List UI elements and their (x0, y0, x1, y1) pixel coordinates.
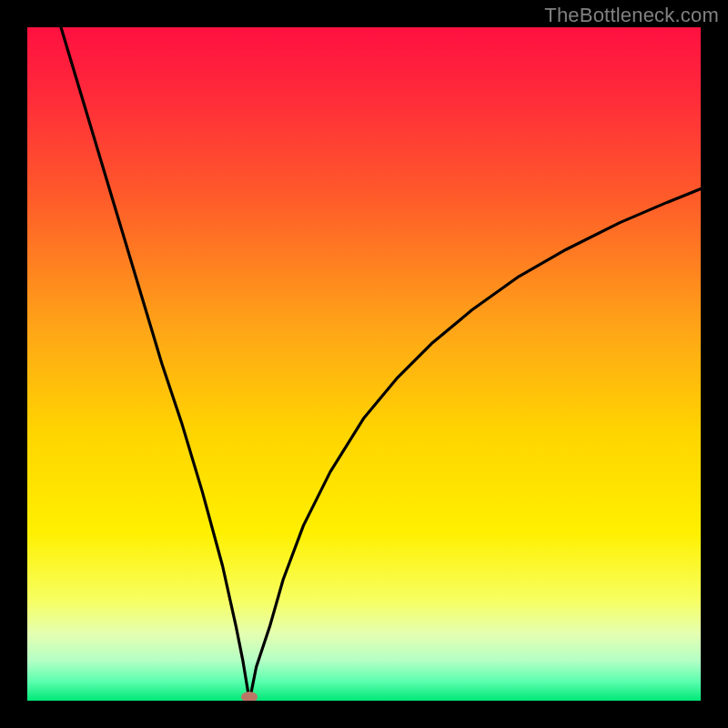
optimal-dot (241, 692, 258, 701)
watermark-text: TheBottleneck.com (544, 4, 719, 27)
chart-stage: TheBottleneck.com (0, 0, 728, 728)
curve-svg (27, 27, 701, 701)
plot-area (27, 27, 701, 701)
bottleneck-curve (61, 27, 701, 701)
